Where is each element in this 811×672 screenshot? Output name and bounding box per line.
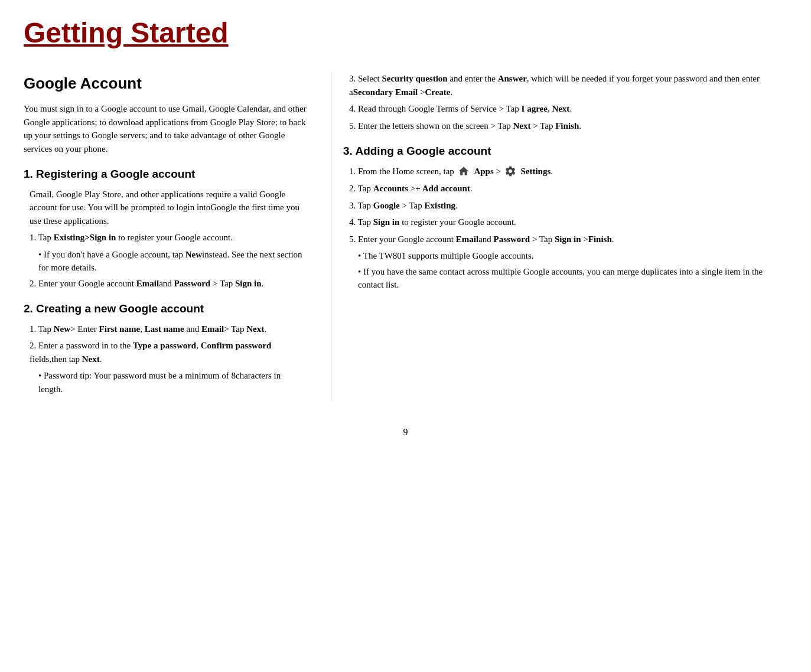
section1-bullet1: If you don't have a Google account, tap …: [38, 248, 307, 275]
right-column: 3. Select Security question and enter th…: [331, 72, 787, 402]
section2-heading: 2. Creating a new Google account: [24, 301, 307, 318]
intro-paragraph: You must sign in to a Google account to …: [24, 102, 307, 155]
section3-bullet1: The TW801 supports multiple Google accou…: [358, 249, 787, 263]
section1-bullets: If you don't have a Google account, tap …: [38, 248, 307, 275]
section-adding: 3. Adding a Google account 1. From the H…: [343, 143, 787, 292]
section3-step4: 4. Tap Sign in to register your Google a…: [349, 216, 787, 229]
section3-step1: 1. From the Home screen, tap Apps > Sett…: [349, 165, 787, 179]
settings-icon: [504, 165, 517, 178]
left-column: Google Account You must sign in to a Goo…: [24, 72, 307, 402]
section3-step3: 3. Tap Google > Tap Existing.: [349, 199, 787, 213]
step5: 5. Enter the letters shown on the screen…: [349, 119, 787, 133]
section3-step5: 5. Enter your Google account Emailand Pa…: [349, 233, 787, 246]
section1-body: Gmail, Google Play Store, and other appl…: [30, 188, 307, 228]
section1-step2: 2. Enter your Google account Emailand Pa…: [30, 277, 307, 291]
section3-bullet2: If you have the same contact across mult…: [358, 265, 787, 292]
step4: 4. Read through Google Terms of Service …: [349, 102, 787, 116]
section-creating: 2. Creating a new Google account 1. Tap …: [24, 301, 307, 396]
section2-bullets: Password tip: Your password must be a mi…: [38, 369, 307, 396]
page-number: 9: [24, 425, 787, 439]
creating-steps-3-5: 3. Select Security question and enter th…: [349, 72, 787, 132]
section2-step2: 2. Enter a password in to the Type a pas…: [30, 339, 307, 366]
section3-step2: 2. Tap Accounts >+ Add account.: [349, 182, 787, 195]
step3: 3. Select Security question and enter th…: [349, 72, 787, 99]
google-account-heading: Google Account: [24, 72, 307, 95]
home-icon: [458, 165, 471, 178]
section3-heading: 3. Adding a Google account: [343, 143, 787, 160]
section2-bullet-password: Password tip: Your password must be a mi…: [38, 369, 307, 396]
page-title: Getting Started: [24, 12, 787, 54]
section1-step1: 1. Tap Existing>Sign in to register your…: [30, 231, 307, 244]
section1-heading: 1. Registering a Google account: [24, 166, 307, 183]
section-registering: 1. Registering a Google account Gmail, G…: [24, 166, 307, 290]
section2-step1: 1. Tap New> Enter First name, Last name …: [30, 322, 307, 336]
section3-bullets: The TW801 supports multiple Google accou…: [358, 249, 787, 292]
